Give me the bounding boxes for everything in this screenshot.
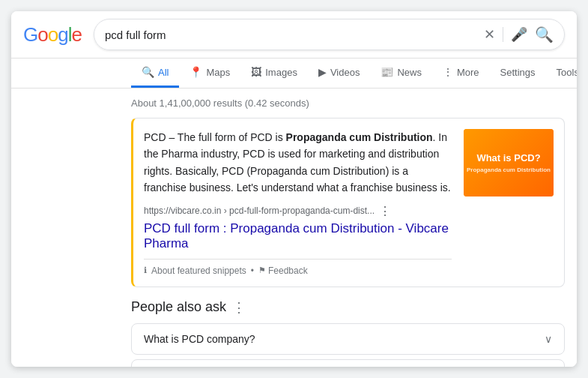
tab-images[interactable]: 🖼 Images: [240, 58, 308, 88]
snippet-footer-icon: ℹ: [144, 266, 147, 275]
tab-news[interactable]: 📰 News: [370, 58, 432, 88]
paa-header: People also ask ⋮: [131, 299, 565, 316]
snippet-url: https://vibcare.co.in › pcd-full-form-pr…: [144, 206, 375, 216]
snippet-footer: ℹ About featured snippets • ⚑ Feedback: [144, 259, 452, 276]
paa-header-text: People also ask: [131, 299, 226, 315]
paa-options-icon[interactable]: ⋮: [232, 299, 246, 316]
tab-images-label: Images: [265, 67, 297, 78]
snippet-description: PCD – The full form of PCD is Propaganda…: [144, 129, 452, 196]
feedback-icon: ⚑: [258, 266, 266, 275]
tab-all-label: All: [158, 67, 169, 78]
snippet-image: What is PCD? Propaganda cum Distribution: [464, 129, 554, 196]
tab-settings-label: Settings: [500, 67, 536, 78]
result-count: About 1,41,00,000 results (0.42 seconds): [131, 98, 565, 109]
search-bar[interactable]: ✕ 🎤 🔍: [94, 19, 565, 50]
divider: [503, 27, 503, 42]
search-input[interactable]: [105, 28, 478, 41]
tab-settings[interactable]: Settings: [490, 59, 546, 88]
news-icon: 📰: [381, 66, 393, 78]
all-icon: 🔍: [142, 66, 154, 78]
paa-section: People also ask ⋮ What is PCD company? ∨…: [131, 299, 565, 367]
snippet-image-text: What is PCD?: [467, 152, 551, 165]
tab-tools[interactable]: Tools: [546, 59, 577, 88]
tab-all[interactable]: 🔍 All: [131, 58, 179, 88]
header: G o o g l e ✕ 🎤 🔍: [11, 11, 577, 58]
search-button-icon[interactable]: 🔍: [535, 26, 554, 44]
paa-chevron-1: ∨: [545, 333, 552, 345]
nav-tabs: 🔍 All 📍 Maps 🖼 Images ▶ Videos 📰 News ⋮ …: [11, 58, 577, 88]
tab-tools-label: Tools: [557, 67, 577, 78]
tab-maps[interactable]: 📍 Maps: [179, 58, 240, 88]
paa-item-2[interactable]: What is PCD product? ∨: [131, 359, 565, 367]
search-icons: ✕ 🎤 🔍: [484, 26, 554, 44]
maps-icon: 📍: [190, 66, 202, 78]
tab-videos-label: Videos: [330, 67, 360, 78]
snippet-url-row: https://vibcare.co.in › pcd-full-form-pr…: [144, 204, 452, 218]
snippet-title-text: PCD full form : Propaganda cum Distribut…: [144, 221, 449, 250]
more-icon: ⋮: [443, 66, 453, 78]
snippet-title-link[interactable]: PCD full form : Propaganda cum Distribut…: [144, 221, 449, 250]
snippet-footer-text: About featured snippets: [151, 266, 246, 276]
tab-videos[interactable]: ▶ Videos: [308, 58, 371, 88]
mic-icon[interactable]: 🎤: [511, 26, 527, 43]
snippet-image-sub: Propaganda cum Distribution: [467, 166, 551, 173]
main-content: About 1,41,00,000 results (0.42 seconds)…: [11, 88, 577, 367]
snippet-feedback[interactable]: ⚑ Feedback: [258, 266, 308, 276]
tab-more-label: More: [457, 67, 479, 78]
paa-item-1[interactable]: What is PCD company? ∨: [131, 323, 565, 355]
clear-icon[interactable]: ✕: [484, 26, 495, 43]
google-logo: G o o g l e: [23, 23, 82, 46]
nav-right: Settings Tools: [490, 59, 577, 88]
featured-snippet: PCD – The full form of PCD is Propaganda…: [131, 118, 565, 287]
browser-window: G o o g l e ✕ 🎤 🔍 🔍 All 📍 Maps �: [11, 11, 577, 367]
tab-news-label: News: [397, 67, 422, 78]
paa-question-1: What is PCD company?: [144, 333, 255, 345]
snippet-image-inner: What is PCD? Propaganda cum Distribution: [464, 129, 554, 196]
snippet-options-icon[interactable]: ⋮: [379, 204, 391, 218]
snippet-text-area: PCD – The full form of PCD is Propaganda…: [144, 129, 452, 276]
feedback-label-text: Feedback: [268, 266, 308, 276]
images-icon: 🖼: [251, 66, 261, 78]
snippet-footer-dot: •: [251, 266, 254, 276]
result-count-text: About 1,41,00,000 results (0.42 seconds): [131, 98, 309, 109]
tab-more[interactable]: ⋮ More: [432, 58, 490, 88]
videos-icon: ▶: [318, 66, 327, 78]
tab-maps-label: Maps: [206, 67, 230, 78]
